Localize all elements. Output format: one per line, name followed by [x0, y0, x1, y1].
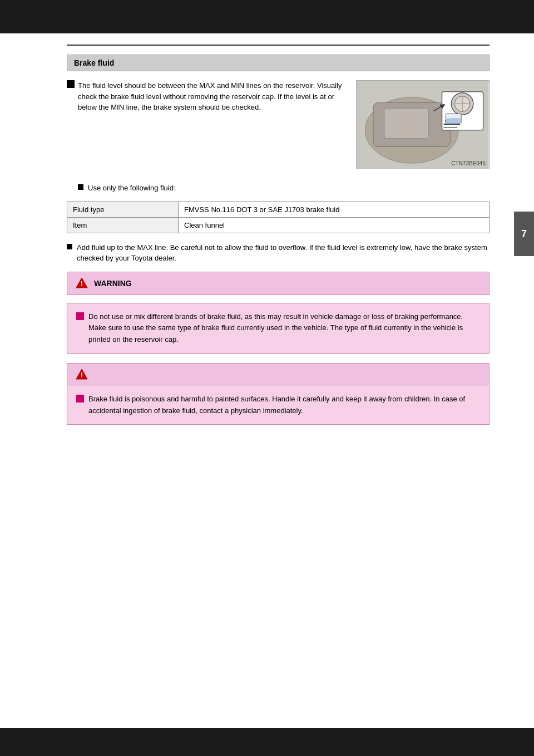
second-warning-text: Brake fluid is poisonous and harmful to …	[88, 394, 480, 417]
warning-header-box: ! WARNING	[67, 272, 490, 295]
warning-text: Do not use or mix different brands of br…	[88, 311, 480, 346]
second-warning-triangle-icon: !	[75, 368, 88, 381]
first-bullet	[67, 80, 75, 88]
svg-rect-14	[446, 118, 461, 124]
image-caption: CTN73BE045	[451, 160, 486, 166]
table-cell-fluid-label: Fluid type	[67, 202, 179, 217]
svg-text:!: !	[81, 371, 83, 379]
engine-svg: MAX	[357, 81, 489, 169]
table-cell-item-value: Clean funnel	[179, 217, 490, 233]
table-row-item: Item Clean funnel	[67, 217, 490, 233]
warning-content-row: Do not use or mix different brands of br…	[76, 311, 480, 346]
fluid-info-table: Fluid type FMVSS No.116 DOT 3 or SAE J17…	[67, 202, 490, 233]
first-section-block: MAX CTN73BE045	[67, 80, 490, 175]
warning-triangle-icon: !	[75, 277, 88, 290]
section-heading-text: Brake fluid	[74, 58, 114, 67]
engine-image: MAX CTN73BE045	[356, 80, 490, 169]
warning-content-block: Do not use or mix different brands of br…	[67, 303, 490, 354]
second-section-block: Use only the following fluid:	[67, 183, 490, 194]
second-warning-header: !	[67, 364, 489, 386]
second-warning-content-row: Brake fluid is poisonous and harmful to …	[76, 394, 480, 417]
second-section-row: Use only the following fluid:	[78, 183, 490, 194]
second-warning-body: Brake fluid is poisonous and harmful to …	[67, 386, 489, 425]
table-cell-item-label: Item	[67, 217, 179, 233]
third-section-row: Add fluid up to the MAX line. Be careful…	[67, 242, 490, 264]
svg-rect-3	[384, 108, 428, 138]
top-bar	[0, 0, 534, 33]
third-bullet	[67, 244, 72, 249]
second-bullet	[78, 184, 83, 190]
second-warning-box: ! Brake fluid is poisonous and harmful t…	[67, 363, 490, 425]
main-content: Brake fluid	[0, 33, 534, 458]
page-container: 7 Brake fluid	[0, 0, 534, 756]
second-warning-bullet	[76, 395, 84, 402]
top-divider	[67, 45, 490, 46]
svg-text:!: !	[81, 280, 83, 288]
table-row-fluid: Fluid type FMVSS No.116 DOT 3 or SAE J17…	[67, 202, 490, 217]
section-heading: Brake fluid	[67, 55, 490, 71]
table-cell-fluid-value: FMVSS No.116 DOT 3 or SAE J1703 brake fl…	[179, 202, 490, 217]
first-section-text: The fluid level should be between the MA…	[78, 80, 345, 113]
first-section-row: The fluid level should be between the MA…	[67, 80, 345, 113]
svg-rect-11	[444, 127, 458, 128]
warning-bullet	[76, 312, 84, 320]
bottom-bar	[0, 728, 534, 756]
third-section-text: Add fluid up to the MAX line. Be careful…	[77, 242, 490, 264]
second-section-text: Use only the following fluid:	[88, 183, 490, 194]
third-section-block: Add fluid up to the MAX line. Be careful…	[67, 242, 490, 264]
warning-label: WARNING	[94, 279, 132, 288]
